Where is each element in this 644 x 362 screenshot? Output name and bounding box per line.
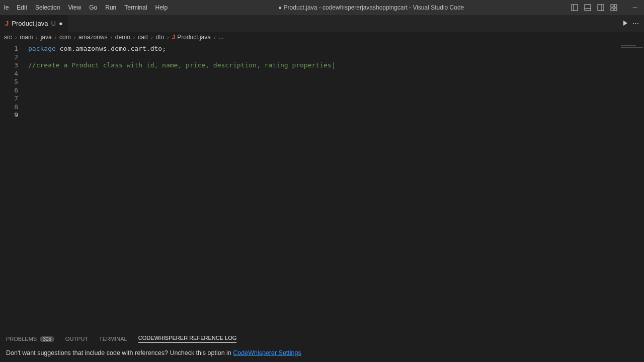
code-line-3[interactable]: //create a Product class with id, name, … <box>28 61 619 70</box>
svg-rect-0 <box>572 5 578 11</box>
line-number: 4 <box>0 70 22 78</box>
line-number: 3 <box>0 61 22 70</box>
chevron-right-icon: › <box>13 35 19 40</box>
crumb-com[interactable]: com <box>59 34 71 41</box>
titlebar-actions: ─ <box>571 4 644 12</box>
tab-vcs-status: U <box>51 20 56 27</box>
crumb-java[interactable]: java <box>41 34 52 41</box>
code-line-9[interactable] <box>28 111 619 120</box>
editor-tabs: J Product.java U ● ⋯ <box>0 15 644 32</box>
chevron-right-icon: › <box>108 35 114 40</box>
svg-rect-7 <box>614 5 617 7</box>
title-bar: le Edit Selection View Go Run Terminal H… <box>0 0 644 15</box>
code-line-5[interactable] <box>28 78 619 86</box>
breadcrumb: src› main› java› com› amazonws› demo› ca… <box>0 32 644 43</box>
panel-tabs: PROBLEMS305 OUTPUT TERMINAL CODEWHISPERE… <box>0 331 644 346</box>
svg-rect-4 <box>598 5 604 11</box>
panel-tab-problems[interactable]: PROBLEMS305 <box>6 336 54 342</box>
code-content[interactable]: package com.amazonws.demo.cart.dto; //cr… <box>22 43 619 331</box>
layout-toggle-left-icon[interactable] <box>571 4 579 12</box>
line-number: 5 <box>0 78 22 86</box>
line-number: 6 <box>0 86 22 95</box>
svg-rect-6 <box>611 5 613 7</box>
chevron-right-icon: › <box>53 35 58 40</box>
run-icon[interactable] <box>623 20 627 27</box>
panel-tab-output[interactable]: OUTPUT <box>65 336 88 342</box>
panel-tab-codewhisperer-log[interactable]: CODEWHISPERER REFERENCE LOG <box>138 335 237 343</box>
menu-view[interactable]: View <box>64 4 85 11</box>
menu-edit[interactable]: Edit <box>13 4 31 11</box>
panel-message: Don't want suggestions that include code… <box>6 349 233 356</box>
menu-selection[interactable]: Selection <box>31 4 64 11</box>
menu-bar: le Edit Selection View Go Run Terminal H… <box>0 4 172 11</box>
code-line-7[interactable] <box>28 95 619 103</box>
line-number: 2 <box>0 53 22 62</box>
tab-dirty-indicator: ● <box>59 20 63 27</box>
svg-rect-9 <box>614 8 617 11</box>
crumb-dto[interactable]: dto <box>156 34 165 41</box>
menu-run[interactable]: Run <box>101 4 120 11</box>
tab-filename: Product.java <box>12 20 48 27</box>
crumb-cart[interactable]: cart <box>138 34 148 41</box>
codewhisperer-settings-link[interactable]: CodeWhisperer Settings <box>233 349 301 356</box>
layout-toggle-right-icon[interactable] <box>597 4 605 12</box>
more-actions-icon[interactable]: ⋯ <box>632 20 639 27</box>
code-line-6[interactable] <box>28 86 619 95</box>
text-cursor <box>334 62 334 69</box>
panel-tab-terminal[interactable]: TERMINAL <box>99 336 127 342</box>
customize-layout-icon[interactable] <box>610 4 618 12</box>
crumb-main[interactable]: main <box>20 34 33 41</box>
svg-rect-8 <box>611 8 613 11</box>
line-number: 9 <box>0 111 22 120</box>
crumb-file[interactable]: JProduct.java <box>172 34 211 41</box>
chevron-right-icon: › <box>72 35 77 40</box>
crumb-demo[interactable]: demo <box>115 34 130 41</box>
panel-body: Don't want suggestions that include code… <box>0 346 644 359</box>
menu-terminal[interactable]: Terminal <box>120 4 151 11</box>
line-number-gutter: 123456789 <box>0 43 22 331</box>
menu-help[interactable]: Help <box>151 4 172 11</box>
crumb-symbol[interactable]: ... <box>218 34 223 41</box>
menu-file[interactable]: le <box>0 4 13 11</box>
layout-toggle-bottom-icon[interactable] <box>584 4 592 12</box>
code-line-2[interactable] <box>28 53 619 62</box>
tab-product-java[interactable]: J Product.java U ● <box>0 15 68 32</box>
bottom-panel: PROBLEMS305 OUTPUT TERMINAL CODEWHISPERE… <box>0 331 644 362</box>
minimize-icon[interactable]: ─ <box>631 4 639 12</box>
line-number: 8 <box>0 103 22 112</box>
editor-actions: ⋯ <box>623 15 644 32</box>
chevron-right-icon: › <box>149 35 154 40</box>
line-number: 7 <box>0 95 22 103</box>
java-file-icon: J <box>5 20 9 27</box>
window-title: ● Product.java - codewhispererjavashoppi… <box>172 4 571 11</box>
java-file-icon: J <box>172 34 176 41</box>
svg-rect-2 <box>585 5 591 11</box>
code-line-4[interactable] <box>28 70 619 78</box>
minimap[interactable] <box>619 43 644 331</box>
problems-count-badge: 305 <box>40 336 54 342</box>
line-number: 1 <box>0 45 22 53</box>
crumb-src[interactable]: src <box>4 34 12 41</box>
chevron-right-icon: › <box>34 35 39 40</box>
chevron-right-icon: › <box>165 35 171 40</box>
crumb-amazonws[interactable]: amazonws <box>78 34 107 41</box>
editor-area[interactable]: 123456789 package com.amazonws.demo.cart… <box>0 43 644 331</box>
code-line-8[interactable] <box>28 103 619 112</box>
code-line-1[interactable]: package com.amazonws.demo.cart.dto; <box>28 45 619 53</box>
chevron-right-icon: › <box>131 35 137 40</box>
chevron-right-icon: › <box>212 35 217 40</box>
menu-go[interactable]: Go <box>85 4 101 11</box>
